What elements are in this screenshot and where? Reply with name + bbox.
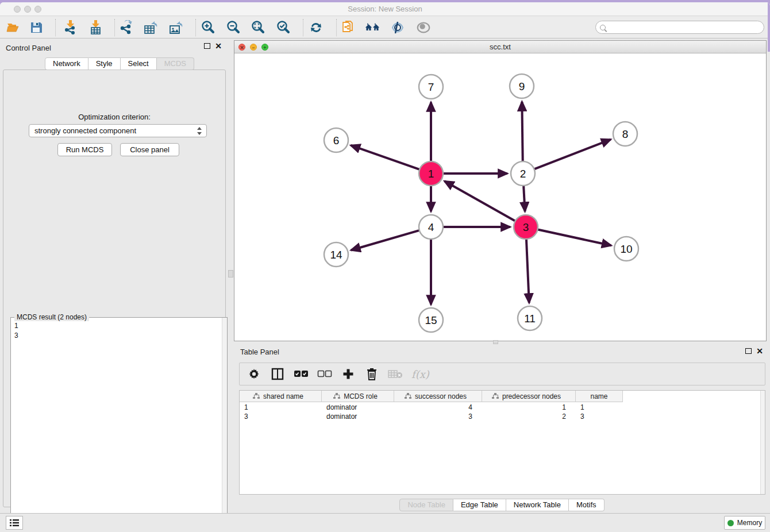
table-toolbar: f(x) <box>239 363 765 385</box>
graph-edge-2-8[interactable] <box>533 140 611 169</box>
apply-layout-icon[interactable] <box>309 20 324 35</box>
toolbar-separator <box>336 19 337 36</box>
tab-mcds[interactable]: MCDS <box>157 57 194 70</box>
export-network-icon[interactable] <box>118 20 133 35</box>
show-columns-icon[interactable] <box>270 367 285 381</box>
column-header-successor-nodes[interactable]: successor nodes <box>394 391 482 402</box>
unselect-all-columns-icon[interactable] <box>317 367 332 381</box>
hierarchy-icon <box>492 393 499 399</box>
table-cell[interactable]: 3 <box>576 412 623 421</box>
table-cell[interactable]: 3 <box>394 412 482 421</box>
zoom-out-icon[interactable] <box>226 20 241 35</box>
mcds-panel: Optimization criterion: strongly connect… <box>3 70 226 507</box>
import-network-icon[interactable] <box>63 20 78 35</box>
table-settings-gear-icon[interactable] <box>247 367 261 381</box>
first-neighbors-icon[interactable] <box>365 20 380 35</box>
float-panel-icon[interactable] <box>204 43 210 49</box>
create-column-icon[interactable] <box>341 367 356 381</box>
zoom-selected-icon[interactable] <box>276 20 291 35</box>
run-mcds-button[interactable]: Run MCDS <box>57 143 112 156</box>
network-canvas[interactable]: 7968124314101511 <box>234 53 766 341</box>
graph-edge-3-10[interactable] <box>537 229 611 245</box>
graph-edge-3-1[interactable] <box>445 181 517 221</box>
tab-select[interactable]: Select <box>121 57 157 70</box>
graph-node-15[interactable]: 15 <box>419 308 443 332</box>
status-bar: Memory <box>0 513 770 532</box>
zoom-in-icon[interactable] <box>201 20 215 35</box>
graph-node-1[interactable]: 1 <box>419 161 443 186</box>
table-cell[interactable]: dominator <box>322 412 394 421</box>
duplicate-network-icon[interactable] <box>341 20 356 35</box>
memory-button[interactable]: Memory <box>724 516 765 530</box>
close-table-panel-icon[interactable]: ✕ <box>756 348 763 354</box>
graph-node-7[interactable]: 7 <box>419 75 443 99</box>
table-row[interactable]: 3 dominator 3 2 3 <box>240 412 623 421</box>
graph-edge-2-9[interactable] <box>522 102 522 163</box>
column-label: shared name <box>263 392 303 400</box>
network-table-divider-handle[interactable] <box>493 340 498 344</box>
column-header-mcds-role[interactable]: MCDS role <box>322 391 394 402</box>
table-scrollbar[interactable] <box>760 391 765 494</box>
table-cell[interactable]: dominator <box>322 403 394 412</box>
search-input[interactable] <box>606 21 764 33</box>
save-session-icon[interactable] <box>29 20 44 35</box>
float-table-panel-icon[interactable] <box>745 348 752 354</box>
table-row[interactable]: 1 dominator 4 1 1 <box>240 403 623 412</box>
task-history-button[interactable] <box>6 516 23 530</box>
graph-edge-4-14[interactable] <box>351 230 421 250</box>
graph-node-4[interactable]: 4 <box>419 215 443 239</box>
tab-network-table[interactable]: Network Table <box>506 499 569 511</box>
toolbar-separator <box>55 19 56 36</box>
panel-divider-handle[interactable] <box>228 270 233 277</box>
graph-node-2[interactable]: 2 <box>511 161 535 186</box>
export-table-icon[interactable] <box>143 20 158 35</box>
graph-node-8[interactable]: 8 <box>613 122 637 146</box>
table-cell[interactable]: 3 <box>240 412 322 421</box>
toolbar-separator <box>303 19 303 36</box>
table-cell[interactable]: 1 <box>576 403 623 412</box>
tab-network[interactable]: Network <box>45 57 88 70</box>
network-window-titlebar[interactable]: ✕ − + scc.txt <box>234 41 766 53</box>
tab-node-table[interactable]: Node Table <box>399 499 453 511</box>
table-cell[interactable]: 2 <box>482 412 576 421</box>
column-header-shared-name[interactable]: shared name <box>240 391 322 402</box>
svg-text:8: 8 <box>622 128 629 140</box>
tab-edge-table[interactable]: Edge Table <box>453 499 506 511</box>
zoom-fit-icon[interactable] <box>251 20 265 35</box>
import-table-icon[interactable] <box>88 20 103 35</box>
graph-node-3[interactable]: 3 <box>514 215 538 239</box>
graph-node-6[interactable]: 6 <box>324 128 348 152</box>
tab-style[interactable]: Style <box>88 57 121 70</box>
table-cell[interactable]: 1 <box>482 403 576 412</box>
graph-edge-2-3[interactable] <box>523 184 525 211</box>
tab-motifs[interactable]: Motifs <box>569 499 605 511</box>
graph-edge-1-6[interactable] <box>351 145 421 170</box>
graph-node-11[interactable]: 11 <box>518 306 542 330</box>
table-cell[interactable]: 1 <box>240 403 322 412</box>
graph-edge-3-11[interactable] <box>526 238 529 303</box>
column-header-predecessor-nodes[interactable]: predecessor nodes <box>482 391 576 402</box>
memory-label: Memory <box>737 519 762 527</box>
mcds-result-line: 3 <box>14 331 218 341</box>
hide-selected-icon[interactable] <box>416 20 431 35</box>
open-session-icon[interactable] <box>6 20 21 35</box>
close-panel-button[interactable]: Close panel <box>120 143 179 156</box>
style-visibility-icon[interactable] <box>390 20 405 35</box>
close-panel-icon[interactable]: ✕ <box>215 43 222 49</box>
export-image-icon[interactable] <box>168 20 183 35</box>
select-all-columns-icon[interactable] <box>294 367 309 381</box>
delete-table-icon <box>388 367 403 381</box>
column-label: predecessor nodes <box>502 392 561 400</box>
criterion-select[interactable]: strongly connected component <box>29 124 207 137</box>
result-scrollbar[interactable] <box>222 318 227 532</box>
graph-node-10[interactable]: 10 <box>614 237 638 261</box>
graph-node-14[interactable]: 14 <box>324 242 348 267</box>
search-field[interactable] <box>595 21 764 34</box>
column-header-name[interactable]: name <box>576 391 623 402</box>
graph-node-9[interactable]: 9 <box>510 74 534 98</box>
table-cell[interactable]: 4 <box>394 403 482 412</box>
table-panel-tabs: Node Table Edge Table Network Table Moti… <box>234 499 770 511</box>
memory-status-icon <box>727 520 734 526</box>
delete-column-icon[interactable] <box>364 367 379 381</box>
mcds-result-line: 1 <box>14 321 218 331</box>
